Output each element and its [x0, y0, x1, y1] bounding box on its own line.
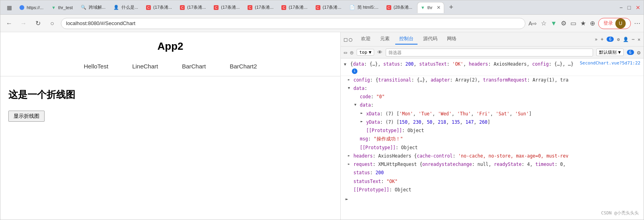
- back-button[interactable]: ←: [4, 18, 15, 29]
- app-content: 这是一个折线图 显示折线图: [0, 76, 340, 134]
- tab-what-is[interactable]: 👤 什么是...: [110, 2, 141, 13]
- settings-icon[interactable]: ⚙: [561, 19, 566, 27]
- show-chart-button[interactable]: 显示折线图: [8, 111, 45, 122]
- tree-ydata[interactable]: ► yData: (7) [150, 230, 50, 218, 135, 14…: [341, 118, 644, 127]
- tree-config[interactable]: ► config: {transitional: {…}, adapter: A…: [341, 76, 644, 84]
- nav-hellotest[interactable]: HelloTest: [84, 63, 108, 70]
- devtools-tab-network[interactable]: 网络: [443, 34, 461, 45]
- devtools-tab-elements[interactable]: 元素: [376, 34, 394, 45]
- tree-data-sub[interactable]: ▼ data:: [341, 101, 644, 109]
- expand-config-icon[interactable]: ►: [348, 77, 350, 83]
- minimize-icon[interactable]: −: [619, 4, 623, 11]
- more-icon[interactable]: ⋯: [634, 19, 640, 27]
- tree-xdata[interactable]: ► xData: (7) ['Mon', 'Tue', 'Wed', 'Thu'…: [341, 110, 644, 118]
- tab-close-icon[interactable]: ✕: [437, 5, 441, 10]
- tab-17-2[interactable]: C (17条淆...: [177, 2, 209, 13]
- console-eye-icon[interactable]: 👁: [377, 49, 382, 55]
- tab-favicon-c3: C: [214, 5, 219, 10]
- collections-icon[interactable]: ★: [580, 19, 586, 27]
- devtools-add-icon[interactable]: +: [601, 37, 603, 42]
- tab-favicon-c5: C: [281, 5, 286, 10]
- devtools-inspect-icon[interactable]: □: [344, 36, 347, 43]
- tab-thr-test[interactable]: ▼ thr_test: [48, 2, 76, 13]
- vue-devtools-icon[interactable]: ▼: [550, 20, 557, 27]
- login-button[interactable]: 登录 U: [598, 18, 631, 29]
- tab-favicon-vue-active: ▼: [421, 5, 425, 10]
- devtools-more-tabs-icon[interactable]: »: [595, 37, 597, 42]
- console-more-arrow[interactable]: ►: [341, 194, 644, 204]
- ydata-expand-icon[interactable]: ►: [361, 119, 363, 125]
- translate-icon[interactable]: A⇨: [529, 20, 537, 27]
- tab-cross-domain[interactable]: 🔍 跨域解...: [78, 2, 109, 13]
- tab-17-1[interactable]: C (17条淆...: [143, 2, 175, 13]
- tab-html5[interactable]: 📄 简 html5:...: [346, 2, 382, 13]
- tab-favicon-c6: C: [316, 5, 320, 10]
- expand-data-sub-icon[interactable]: ▼: [354, 102, 356, 108]
- tab-17-6[interactable]: C (17条淆...: [312, 2, 345, 13]
- tree-data[interactable]: ▼ data:: [341, 84, 644, 93]
- close-window-icon[interactable]: ✕: [636, 4, 640, 11]
- tab-thr-active[interactable]: ▼ thr ✕: [417, 2, 444, 13]
- maximize-icon[interactable]: □: [628, 4, 631, 11]
- devtools-tab-console[interactable]: 控制台: [395, 34, 418, 45]
- tab-17-3[interactable]: C (17条淆...: [211, 2, 243, 13]
- browser-toolbar-icons: A⇨ ☆ ▼ ⚙ ▭ ★ ⊕: [529, 19, 595, 27]
- tab-17-5[interactable]: C (17条淆...: [278, 2, 310, 13]
- tab-https[interactable]: https://...: [16, 2, 47, 13]
- proto1-text: [[Prototype]]: Object: [366, 128, 424, 133]
- console-root-text: {data: {…}, status: 200, statusText: 'OK…: [350, 61, 552, 67]
- console-gear-icon[interactable]: ⚙: [637, 49, 640, 56]
- bookmark-icon[interactable]: ☆: [541, 19, 546, 27]
- devtools-device-icon[interactable]: ◯: [349, 36, 352, 43]
- devtools-panel: □ ◯ 欢迎 元素 控制台 源代码 网络 » + 6 ⚙ 👤 ⋯ ✕: [341, 32, 644, 220]
- level-dropdown[interactable]: 默认级别 ▼: [596, 49, 624, 56]
- expand-request-icon[interactable]: ►: [348, 162, 350, 167]
- app-title: App2: [0, 32, 340, 56]
- browser-window: ▦ https://... ▼ thr_test 🔍 跨域解... 👤 什么是.…: [0, 0, 644, 220]
- tab-28[interactable]: C (28条淆...: [383, 2, 416, 13]
- level-label: 默认级别: [599, 49, 617, 55]
- expand-root-icon[interactable]: [344, 61, 346, 67]
- console-block-icon[interactable]: ▭: [344, 49, 347, 55]
- tree-request[interactable]: ► request: XMLHttpRequest {onreadystatec…: [341, 160, 644, 169]
- devtools-profile-icon[interactable]: 👤: [623, 37, 628, 42]
- devtools-tab-sources[interactable]: 源代码: [419, 34, 441, 45]
- home-button[interactable]: ○: [47, 18, 58, 29]
- sidebar-toggle-icon[interactable]: ▦: [4, 2, 15, 13]
- avatar: U: [615, 18, 626, 29]
- devtools-settings-icon[interactable]: ⚙: [617, 37, 620, 42]
- tab-favicon-doc: 📄: [349, 5, 355, 10]
- top-label: top: [359, 50, 367, 55]
- console-root-entry[interactable]: {data: {…}, status: 200, statusText: 'OK…: [341, 60, 644, 76]
- request-text: request: XMLHttpRequest {onreadystatecha…: [353, 162, 566, 167]
- devtools-close-icon[interactable]: ✕: [638, 37, 640, 42]
- tab-favicon-vue: ▼: [51, 5, 56, 10]
- top-dropdown[interactable]: top ▼: [357, 49, 375, 56]
- address-input[interactable]: [61, 18, 525, 29]
- extensions-icon[interactable]: ⊕: [590, 19, 595, 27]
- nav-linechart[interactable]: LineChart: [132, 63, 158, 70]
- proto3-text: [[Prototype]]: Object: [353, 187, 411, 193]
- devtools-menu-icon[interactable]: ⋯: [632, 37, 634, 42]
- tab-favicon-c1: C: [146, 5, 151, 10]
- devtools-tab-welcome[interactable]: 欢迎: [357, 34, 375, 45]
- new-tab-button[interactable]: +: [446, 2, 457, 13]
- xdata-expand-icon[interactable]: ►: [361, 111, 363, 116]
- refresh-button[interactable]: ↻: [32, 18, 43, 29]
- tab-favicon-search: 🔍: [81, 5, 86, 10]
- console-clear-icon[interactable]: ◎: [350, 49, 353, 55]
- tree-proto3: [[Prototype]]: Object: [341, 186, 644, 194]
- expand-headers-icon[interactable]: ►: [348, 153, 350, 159]
- nav-barchart[interactable]: BarChart: [182, 63, 206, 70]
- window-controls: − □ ✕: [619, 4, 640, 11]
- tab-17-4[interactable]: C (17条淆...: [244, 2, 277, 13]
- expand-data-icon[interactable]: ▼: [348, 86, 350, 91]
- split-screen-icon[interactable]: ▭: [570, 19, 576, 27]
- xdata-text: xData: (7) ['Mon', 'Tue', 'Wed', 'Thu', …: [366, 111, 532, 117]
- main-area: App2 HelloTest LineChart BarChart BarCha…: [0, 32, 644, 220]
- tree-headers[interactable]: ► headers: AxiosHeaders {cache-control: …: [341, 152, 644, 160]
- filter-input[interactable]: [386, 49, 593, 56]
- nav-barchart2[interactable]: BarChart2: [230, 63, 257, 70]
- forward-button[interactable]: →: [18, 18, 29, 29]
- app-area: App2 HelloTest LineChart BarChart BarCha…: [0, 32, 341, 220]
